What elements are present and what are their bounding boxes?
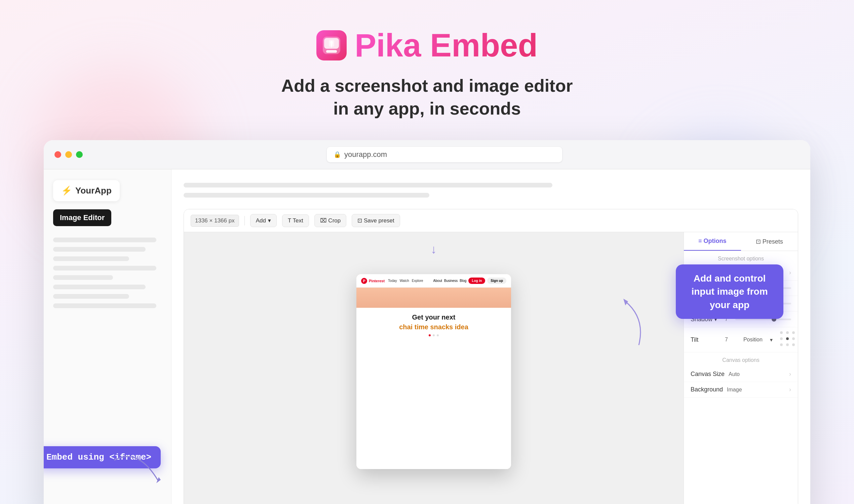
pinterest-nav-links: Today Watch Explore — [388, 279, 423, 283]
pika-logo-icon — [316, 30, 347, 60]
dot-minimize[interactable] — [65, 151, 72, 158]
pinterest-hero-content: Get your next chai time snacks idea — [356, 288, 511, 343]
nav-watch: Watch — [400, 279, 409, 283]
pinterest-hero-line1: Get your next — [363, 313, 504, 321]
nav-today: Today — [388, 279, 397, 283]
nav-business: Business — [444, 279, 458, 283]
position-chevron[interactable]: ▾ — [770, 337, 773, 343]
browser-dots — [54, 151, 83, 158]
skeleton-6 — [53, 285, 145, 289]
pos-mr — [792, 337, 795, 340]
address-bar[interactable]: 🔒 yourapp.com — [327, 147, 562, 162]
pika-editor: 1336 × 1366 px Add ▾ T Text ⌧ Crop — [184, 209, 798, 504]
frame-chevron[interactable]: › — [789, 269, 791, 276]
svg-rect-2 — [326, 50, 337, 53]
tilt-row: Tilt 7 Position ▾ — [684, 327, 798, 353]
app-brand-emoji: ⚡ — [61, 185, 72, 196]
chevron-down-icon: ▾ — [268, 217, 271, 224]
add-label: Add — [256, 217, 266, 224]
pos-tc — [786, 331, 789, 334]
main-content: 1336 × 1366 px Add ▾ T Text ⌧ Crop — [172, 169, 810, 504]
background-value: Image — [727, 387, 785, 393]
canvas-size-chevron[interactable]: › — [789, 371, 791, 378]
app-content: ⚡ YourApp Image Editor Embed us — [44, 169, 810, 504]
embed-arrow — [104, 454, 172, 495]
content-skel-1 — [184, 183, 553, 187]
content-skeletons — [184, 183, 798, 198]
sidebar-skeleton — [53, 237, 162, 308]
background-row: Background Image › — [684, 382, 798, 397]
nav-explore: Explore — [412, 279, 423, 283]
background-label: Background — [691, 386, 723, 393]
add-button[interactable]: Add ▾ — [250, 214, 277, 227]
skeleton-8 — [53, 303, 156, 308]
canvas-size-label: Canvas Size — [691, 371, 725, 378]
browser-window: 🔒 yourapp.com ⚡ YourApp Image Editor — [44, 140, 810, 504]
tagline-line2: in any app, in seconds — [333, 99, 521, 118]
screenshot-options-title: Screenshot options — [684, 251, 798, 265]
dot-2 — [433, 334, 435, 336]
pinterest-name: Pinterest — [369, 279, 385, 283]
skeleton-4 — [53, 266, 156, 270]
skeleton-2 — [53, 247, 145, 252]
signup-button[interactable]: Sign up — [487, 277, 506, 284]
pos-br — [792, 343, 795, 346]
position-label: Position — [743, 337, 763, 343]
save-preset-button[interactable]: ⊡ Save preset — [352, 214, 400, 227]
tilt-label: Tilt — [691, 336, 721, 343]
lock-icon: 🔒 — [333, 151, 341, 158]
browser-container: 🔒 yourapp.com ⚡ YourApp Image Editor — [44, 140, 810, 504]
app-brand-name: YourApp — [75, 185, 111, 196]
canvas-area: ↓ P Pinterest — [184, 232, 683, 504]
pos-bc — [786, 343, 789, 346]
down-arrow-indicator: ↓ — [431, 242, 437, 256]
image-editor-menu-item[interactable]: Image Editor — [53, 209, 111, 226]
url-text: yourapp.com — [344, 150, 387, 159]
svg-marker-5 — [623, 299, 628, 305]
panel-tabs: ≡ Options ⊡ Presets — [684, 232, 798, 251]
skeleton-7 — [53, 294, 129, 299]
pika-logo-svg — [321, 35, 342, 55]
pos-tr — [792, 331, 795, 334]
browser-bar: 🔒 yourapp.com — [44, 140, 810, 169]
pinterest-logo: P Pinterest — [361, 278, 385, 284]
screenshot-preview: P Pinterest Today Watch Explore — [356, 274, 511, 469]
background-chevron[interactable]: › — [789, 386, 791, 393]
text-label: T Text — [288, 217, 303, 224]
tab-options[interactable]: ≡ Options — [684, 232, 741, 251]
pos-tl — [780, 331, 783, 334]
canvas-size-row: Canvas Size Auto › — [684, 366, 798, 382]
header-section: Pika Embed Add a screenshot and image ed… — [281, 0, 573, 120]
app-brand-button[interactable]: ⚡ YourApp — [53, 180, 120, 201]
logo-row: Pika Embed — [316, 27, 538, 64]
text-button[interactable]: T Text — [282, 214, 309, 227]
crop-button[interactable]: ⌧ Crop — [314, 214, 347, 227]
dot-maximize[interactable] — [76, 151, 83, 158]
dot-close[interactable] — [54, 151, 61, 158]
pinterest-dots — [363, 334, 504, 336]
skeleton-1 — [53, 237, 156, 242]
dot-1 — [429, 334, 431, 336]
pinterest-browser: P Pinterest Today Watch Explore — [356, 274, 511, 469]
pinterest-hero-line2: chai time snacks idea — [363, 323, 504, 331]
app-sidebar: ⚡ YourApp Image Editor Embed us — [44, 169, 172, 504]
pika-toolbar: 1336 × 1366 px Add ▾ T Text ⌧ Crop — [184, 209, 798, 232]
nav-about: About — [433, 279, 442, 283]
pos-mc — [786, 337, 789, 340]
save-preset-label: ⊡ Save preset — [358, 217, 394, 224]
pos-bl — [780, 343, 783, 346]
toolbar-sep-1 — [244, 216, 245, 226]
pinterest-logo-icon: P — [361, 278, 367, 284]
pinterest-nav: P Pinterest Today Watch Explore — [356, 274, 511, 288]
callout-bubble: Add and control input image from your ap… — [676, 265, 783, 319]
tab-presets[interactable]: ⊡ Presets — [741, 232, 798, 251]
callout-arrow-svg — [558, 285, 659, 352]
login-button[interactable]: Log in — [468, 277, 485, 284]
content-skel-2 — [184, 193, 429, 198]
tilt-value: 7 — [725, 337, 728, 343]
tagline: Add a screenshot and image editor in any… — [281, 75, 573, 120]
dot-3 — [437, 334, 439, 336]
canvas-size-value: Auto — [729, 371, 785, 377]
position-grid[interactable] — [780, 331, 797, 348]
dimensions-display: 1336 × 1366 px — [191, 215, 239, 227]
